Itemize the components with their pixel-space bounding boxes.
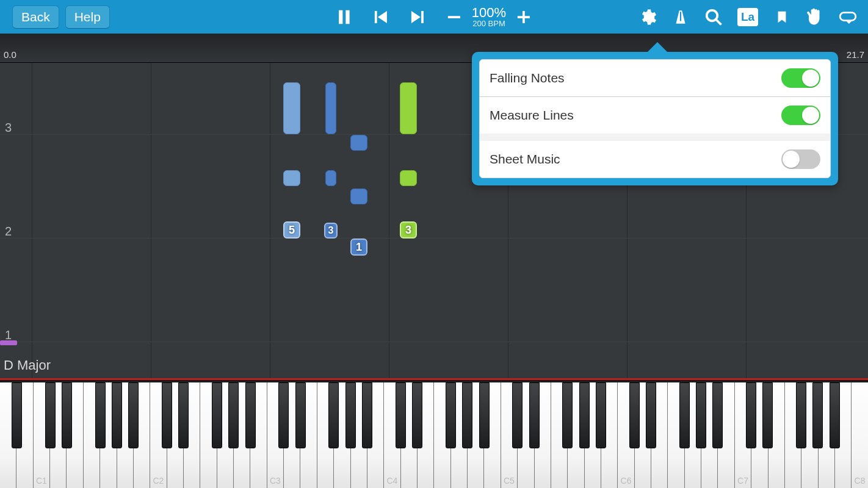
skip-back-icon[interactable]	[372, 8, 390, 26]
black-key[interactable]	[646, 382, 656, 448]
black-key[interactable]	[812, 382, 823, 448]
octave-line	[270, 34, 270, 378]
time-end: 21.7	[847, 49, 864, 60]
falling-note-finger: 3	[324, 223, 338, 239]
key-label: C3	[267, 476, 283, 486]
metronome-icon[interactable]	[671, 8, 690, 26]
skip-forward-icon[interactable]	[408, 8, 427, 26]
black-key[interactable]	[746, 382, 756, 448]
right-icon-group: La	[638, 8, 857, 26]
falling-note-finger: 5	[283, 221, 300, 239]
black-key[interactable]	[579, 382, 590, 448]
toggle-falling-notes[interactable]: Falling Notes	[480, 60, 830, 97]
zoom-icon[interactable]	[704, 8, 723, 26]
svg-rect-13	[840, 12, 856, 20]
view-settings-popover: Falling Notes Measure Lines Sheet Music	[472, 52, 838, 185]
black-key[interactable]	[212, 382, 222, 448]
black-key[interactable]	[412, 382, 422, 448]
black-key[interactable]	[245, 382, 256, 448]
back-button[interactable]: Back	[12, 5, 59, 29]
black-key[interactable]	[796, 382, 806, 448]
toggle-switch[interactable]	[781, 106, 820, 125]
black-key[interactable]	[345, 382, 356, 448]
black-key[interactable]	[45, 382, 56, 448]
pause-icon[interactable]	[335, 8, 353, 26]
svg-rect-0	[339, 10, 342, 24]
black-key[interactable]	[830, 382, 840, 448]
key-label: D Major	[4, 357, 51, 373]
falling-note-finger: 3	[400, 221, 417, 239]
black-key[interactable]	[12, 382, 22, 448]
measure-number: 3	[5, 121, 12, 135]
black-key[interactable]	[396, 382, 406, 448]
black-key[interactable]	[696, 382, 706, 448]
falling-note	[350, 188, 367, 204]
note-name-button[interactable]: La	[737, 8, 758, 26]
black-key[interactable]	[512, 382, 523, 448]
time-start: 0.0	[4, 49, 16, 60]
speed-minus-icon[interactable]	[445, 8, 463, 26]
octave-line	[151, 34, 151, 378]
black-key[interactable]	[295, 382, 306, 448]
black-key[interactable]	[762, 382, 773, 448]
falling-note	[325, 170, 336, 186]
svg-point-11	[707, 10, 718, 21]
black-key[interactable]	[629, 382, 640, 448]
speed-plus-icon[interactable]	[515, 8, 533, 26]
transport-controls: 100% 200 BPM	[335, 6, 533, 27]
key-label: C1	[34, 476, 49, 486]
black-key[interactable]	[162, 382, 172, 448]
key-label: C5	[501, 476, 517, 486]
falling-note	[325, 82, 336, 134]
black-key[interactable]	[278, 382, 289, 448]
settings-gear-icon[interactable]	[638, 8, 657, 26]
black-key[interactable]	[95, 382, 106, 448]
measure-line	[0, 342, 868, 342]
toggle-label: Sheet Music	[490, 152, 560, 167]
black-key[interactable]	[178, 382, 189, 448]
black-key[interactable]	[362, 382, 372, 448]
hand-icon[interactable]	[806, 8, 824, 26]
black-key[interactable]	[128, 382, 139, 448]
svg-line-12	[716, 19, 722, 24]
key-label: C4	[384, 476, 400, 486]
black-key[interactable]	[328, 382, 339, 448]
speed-controls: 100% 200 BPM	[445, 6, 533, 27]
falling-note	[400, 82, 417, 134]
falling-note	[283, 170, 300, 186]
key-label: C2	[150, 476, 166, 486]
black-key[interactable]	[596, 382, 606, 448]
measure-line	[0, 238, 868, 239]
black-key[interactable]	[479, 382, 490, 448]
svg-marker-14	[845, 20, 852, 24]
svg-marker-5	[411, 11, 421, 23]
top-toolbar: Back Help 100% 200 BPM La	[0, 0, 868, 34]
key-label: C7	[735, 476, 751, 486]
octave-line	[32, 34, 32, 378]
toggle-sheet-music[interactable]: Sheet Music	[480, 141, 830, 178]
help-button[interactable]: Help	[65, 5, 110, 29]
black-key[interactable]	[679, 382, 690, 448]
falling-note	[400, 170, 417, 186]
bookmark-icon[interactable]	[773, 8, 791, 26]
piano-keyboard[interactable]: C1C2C3C4C5C6C7C8	[0, 378, 868, 488]
loop-icon[interactable]	[839, 8, 857, 26]
black-key[interactable]	[62, 382, 72, 448]
black-key[interactable]	[462, 382, 472, 448]
black-key[interactable]	[112, 382, 122, 448]
black-key[interactable]	[562, 382, 573, 448]
toggle-measure-lines[interactable]: Measure Lines	[480, 97, 830, 134]
black-key[interactable]	[712, 382, 723, 448]
toggle-label: Measure Lines	[490, 108, 574, 123]
toggle-switch[interactable]	[781, 68, 820, 88]
measure-number: 2	[5, 224, 12, 239]
falling-note-finger: 1	[350, 239, 367, 256]
black-key[interactable]	[446, 382, 456, 448]
speed-readout: 100% 200 BPM	[472, 6, 506, 27]
black-key[interactable]	[228, 382, 239, 448]
key-label: C6	[618, 476, 634, 486]
speed-bpm: 200 BPM	[472, 20, 506, 27]
svg-rect-10	[680, 12, 681, 21]
toggle-switch[interactable]	[781, 149, 820, 169]
black-key[interactable]	[529, 382, 540, 448]
